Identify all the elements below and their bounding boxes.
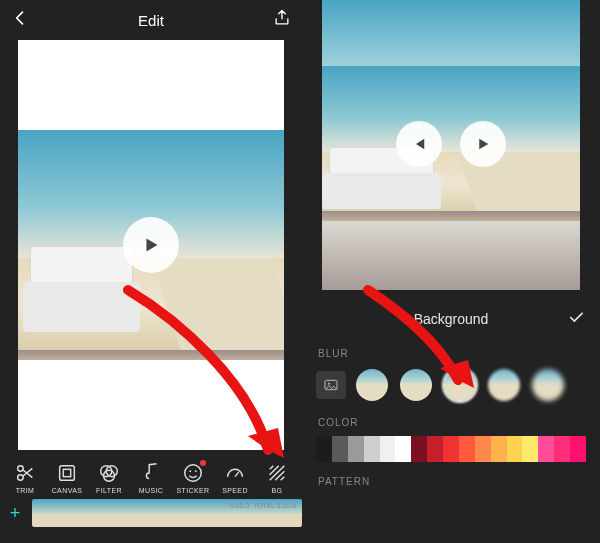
video-frame [18,130,284,360]
music-icon [140,462,162,484]
color-swatch[interactable] [443,436,459,462]
color-swatch[interactable] [554,436,570,462]
bg-fill-bottom [322,221,580,290]
scissors-icon [14,462,36,484]
blur-option-4[interactable] [486,367,522,403]
color-swatch[interactable] [332,436,348,462]
blur-option-5[interactable] [530,367,566,403]
blur-option-3[interactable] [442,367,478,403]
color-swatch[interactable] [411,436,427,462]
panel-header: Background [316,304,586,334]
tool-label: SPEED [222,487,248,494]
video-canvas[interactable] [18,40,284,450]
color-swatch[interactable] [459,436,475,462]
filter-icon [98,462,120,484]
notification-dot [200,460,206,466]
tool-label: BG [272,487,283,494]
color-swatch[interactable] [316,436,332,462]
tool-filter[interactable]: FILTER [88,460,130,496]
color-swatch[interactable] [507,436,523,462]
bg-fill-top [322,0,580,66]
page-title: Edit [30,12,272,29]
tool-label: TRIM [16,487,35,494]
color-swatch[interactable] [380,436,396,462]
section-label-color: COLOR [318,417,586,428]
background-panel: Background BLUR COLOR PATTERN [302,296,600,505]
blur-option-2[interactable] [398,367,434,403]
section-label-blur: BLUR [318,348,586,359]
canvas-icon [56,462,78,484]
video-frame [322,66,580,221]
tool-music[interactable]: MUSIC [130,460,172,496]
tool-label: CANVAS [52,487,83,494]
svg-point-7 [185,465,202,482]
svg-rect-3 [63,469,70,476]
color-swatch[interactable] [522,436,538,462]
panel-title: Background [336,311,566,327]
top-bar: Edit [0,0,302,40]
tool-bg[interactable]: BG [256,460,298,496]
color-swatch[interactable] [491,436,507,462]
play-button[interactable] [123,217,179,273]
prev-button[interactable] [396,121,442,167]
svg-rect-2 [60,466,75,481]
svg-point-12 [328,383,330,385]
letterbox-bottom [18,360,284,450]
editor-toolbar: TRIM CANVAS FILTER MUSIC STICKER SPEED B… [0,456,302,496]
sticker-icon [182,462,204,484]
editor-screen: Edit TRIM CANVAS FILTER [0,0,302,543]
color-swatch[interactable] [427,436,443,462]
playback-controls [396,121,506,167]
tool-trim[interactable]: TRIM [4,460,46,496]
play-button[interactable] [460,121,506,167]
color-swatches [316,436,586,462]
confirm-icon[interactable] [566,307,586,331]
back-icon[interactable] [10,8,30,32]
tool-label: STICKER [176,487,209,494]
tool-speed[interactable]: SPEED [214,460,256,496]
bg-icon [266,462,288,484]
color-swatch[interactable] [475,436,491,462]
section-label-pattern: PATTERN [318,476,586,487]
add-clip-button[interactable]: + [4,502,26,524]
share-icon[interactable] [272,8,292,32]
image-picker-button[interactable] [316,371,346,399]
color-swatch[interactable] [348,436,364,462]
svg-point-8 [189,470,191,472]
color-swatch[interactable] [364,436,380,462]
svg-point-9 [195,470,197,472]
truck-illustration [23,240,140,332]
blur-option-1[interactable] [354,367,390,403]
timeline-meta: 0:05.0 TOTAL 0:20.9 [230,502,296,509]
blur-options [316,367,586,403]
video-preview[interactable] [322,0,580,290]
color-swatch[interactable] [538,436,554,462]
color-swatch[interactable] [570,436,586,462]
color-swatch[interactable] [395,436,411,462]
speed-icon [224,462,246,484]
tool-label: MUSIC [139,487,164,494]
tool-canvas[interactable]: CANVAS [46,460,88,496]
tool-label: FILTER [96,487,122,494]
tool-sticker[interactable]: STICKER [172,460,214,496]
background-panel-screen: Background BLUR COLOR PATTERN [302,0,600,543]
letterbox-top [18,40,284,130]
